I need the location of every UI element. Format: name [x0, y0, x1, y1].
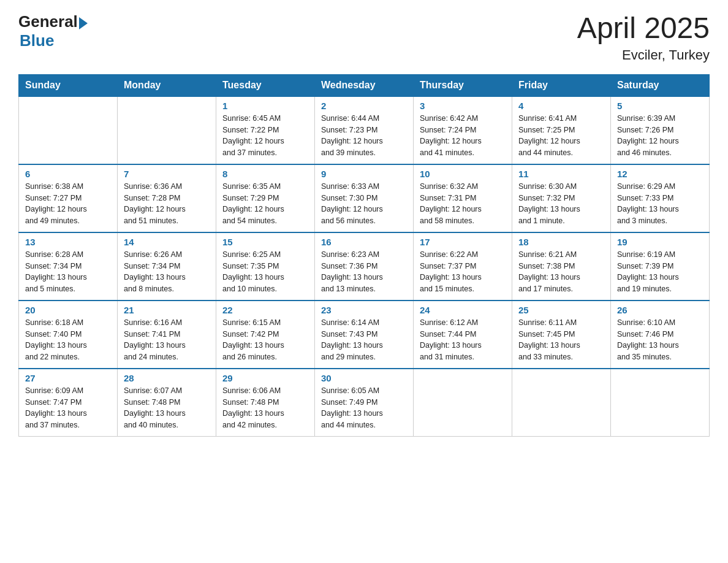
logo-general-text: General: [18, 12, 78, 31]
day-info: Sunrise: 6:15 AM Sunset: 7:42 PM Dayligh…: [222, 317, 308, 363]
day-info: Sunrise: 6:26 AM Sunset: 7:34 PM Dayligh…: [124, 249, 210, 295]
day-number: 15: [222, 237, 308, 247]
calendar-day-cell: 13Sunrise: 6:28 AM Sunset: 7:34 PM Dayli…: [19, 232, 118, 301]
calendar-day-header: Thursday: [414, 74, 512, 96]
calendar-table: SundayMondayTuesdayWednesdayThursdayFrid…: [18, 74, 710, 437]
day-number: 29: [222, 373, 308, 383]
empty-cell: [19, 96, 118, 164]
calendar-day-cell: 28Sunrise: 6:07 AM Sunset: 7:48 PM Dayli…: [118, 369, 216, 437]
day-number: 22: [222, 305, 308, 315]
day-info: Sunrise: 6:09 AM Sunset: 7:47 PM Dayligh…: [25, 385, 111, 431]
calendar-day-header: Tuesday: [216, 74, 315, 96]
day-info: Sunrise: 6:44 AM Sunset: 7:23 PM Dayligh…: [321, 113, 407, 159]
logo-blue-text: Blue: [20, 31, 54, 50]
month-title: April 2025: [577, 12, 710, 45]
logo: General Blue: [18, 12, 88, 50]
calendar-day-header: Friday: [512, 74, 611, 96]
calendar-day-cell: 11Sunrise: 6:30 AM Sunset: 7:32 PM Dayli…: [512, 164, 611, 232]
title-block: April 2025 Evciler, Turkey: [577, 12, 710, 63]
day-info: Sunrise: 6:14 AM Sunset: 7:43 PM Dayligh…: [321, 317, 407, 363]
calendar-day-cell: 23Sunrise: 6:14 AM Sunset: 7:43 PM Dayli…: [315, 301, 414, 369]
calendar-day-cell: 5Sunrise: 6:39 AM Sunset: 7:26 PM Daylig…: [611, 96, 710, 164]
calendar-day-header: Saturday: [611, 74, 710, 96]
calendar-day-header: Wednesday: [315, 74, 414, 96]
day-number: 26: [617, 305, 703, 315]
calendar-day-cell: 25Sunrise: 6:11 AM Sunset: 7:45 PM Dayli…: [512, 301, 611, 369]
calendar-day-cell: 20Sunrise: 6:18 AM Sunset: 7:40 PM Dayli…: [19, 301, 118, 369]
day-number: 19: [617, 237, 703, 247]
day-info: Sunrise: 6:45 AM Sunset: 7:22 PM Dayligh…: [222, 113, 308, 159]
day-info: Sunrise: 6:18 AM Sunset: 7:40 PM Dayligh…: [25, 317, 111, 363]
day-number: 8: [222, 169, 308, 179]
day-info: Sunrise: 6:16 AM Sunset: 7:41 PM Dayligh…: [124, 317, 210, 363]
calendar-day-cell: 26Sunrise: 6:10 AM Sunset: 7:46 PM Dayli…: [611, 301, 710, 369]
calendar-day-header: Sunday: [19, 74, 118, 96]
day-info: Sunrise: 6:07 AM Sunset: 7:48 PM Dayligh…: [124, 385, 210, 431]
calendar-day-cell: 16Sunrise: 6:23 AM Sunset: 7:36 PM Dayli…: [315, 232, 414, 301]
page-header: General Blue April 2025 Evciler, Turkey: [18, 12, 710, 63]
day-info: Sunrise: 6:06 AM Sunset: 7:48 PM Dayligh…: [222, 385, 308, 431]
calendar-day-cell: 22Sunrise: 6:15 AM Sunset: 7:42 PM Dayli…: [216, 301, 315, 369]
day-info: Sunrise: 6:30 AM Sunset: 7:32 PM Dayligh…: [518, 181, 604, 227]
day-number: 3: [420, 101, 506, 111]
day-number: 28: [124, 373, 210, 383]
calendar-day-cell: 24Sunrise: 6:12 AM Sunset: 7:44 PM Dayli…: [414, 301, 512, 369]
week-row: 6Sunrise: 6:38 AM Sunset: 7:27 PM Daylig…: [19, 164, 710, 232]
calendar-day-cell: 8Sunrise: 6:35 AM Sunset: 7:29 PM Daylig…: [216, 164, 315, 232]
empty-cell: [611, 369, 710, 437]
week-row: 13Sunrise: 6:28 AM Sunset: 7:34 PM Dayli…: [19, 232, 710, 301]
day-number: 16: [321, 237, 407, 247]
day-number: 7: [124, 169, 210, 179]
empty-cell: [512, 369, 611, 437]
day-info: Sunrise: 6:29 AM Sunset: 7:33 PM Dayligh…: [617, 181, 703, 227]
day-info: Sunrise: 6:32 AM Sunset: 7:31 PM Dayligh…: [420, 181, 506, 227]
calendar-day-header: Monday: [118, 74, 216, 96]
day-info: Sunrise: 6:25 AM Sunset: 7:35 PM Dayligh…: [222, 249, 308, 295]
day-info: Sunrise: 6:33 AM Sunset: 7:30 PM Dayligh…: [321, 181, 407, 227]
calendar-day-cell: 17Sunrise: 6:22 AM Sunset: 7:37 PM Dayli…: [414, 232, 512, 301]
day-info: Sunrise: 6:21 AM Sunset: 7:38 PM Dayligh…: [518, 249, 604, 295]
week-row: 27Sunrise: 6:09 AM Sunset: 7:47 PM Dayli…: [19, 369, 710, 437]
calendar-day-cell: 18Sunrise: 6:21 AM Sunset: 7:38 PM Dayli…: [512, 232, 611, 301]
day-number: 10: [420, 169, 506, 179]
day-number: 24: [420, 305, 506, 315]
week-row: 1Sunrise: 6:45 AM Sunset: 7:22 PM Daylig…: [19, 96, 710, 164]
day-info: Sunrise: 6:36 AM Sunset: 7:28 PM Dayligh…: [124, 181, 210, 227]
empty-cell: [118, 96, 216, 164]
day-number: 9: [321, 169, 407, 179]
logo-arrow-icon: [79, 17, 88, 29]
location-title: Evciler, Turkey: [577, 47, 710, 63]
day-info: Sunrise: 6:12 AM Sunset: 7:44 PM Dayligh…: [420, 317, 506, 363]
day-number: 6: [25, 169, 111, 179]
day-number: 21: [124, 305, 210, 315]
week-row: 20Sunrise: 6:18 AM Sunset: 7:40 PM Dayli…: [19, 301, 710, 369]
empty-cell: [414, 369, 512, 437]
day-info: Sunrise: 6:35 AM Sunset: 7:29 PM Dayligh…: [222, 181, 308, 227]
day-number: 20: [25, 305, 111, 315]
day-info: Sunrise: 6:41 AM Sunset: 7:25 PM Dayligh…: [518, 113, 604, 159]
calendar-day-cell: 10Sunrise: 6:32 AM Sunset: 7:31 PM Dayli…: [414, 164, 512, 232]
day-number: 2: [321, 101, 407, 111]
calendar-day-cell: 1Sunrise: 6:45 AM Sunset: 7:22 PM Daylig…: [216, 96, 315, 164]
calendar-day-cell: 21Sunrise: 6:16 AM Sunset: 7:41 PM Dayli…: [118, 301, 216, 369]
day-info: Sunrise: 6:39 AM Sunset: 7:26 PM Dayligh…: [617, 113, 703, 159]
calendar-day-cell: 27Sunrise: 6:09 AM Sunset: 7:47 PM Dayli…: [19, 369, 118, 437]
day-number: 11: [518, 169, 604, 179]
day-info: Sunrise: 6:11 AM Sunset: 7:45 PM Dayligh…: [518, 317, 604, 363]
day-info: Sunrise: 6:38 AM Sunset: 7:27 PM Dayligh…: [25, 181, 111, 227]
day-number: 23: [321, 305, 407, 315]
day-number: 18: [518, 237, 604, 247]
day-number: 14: [124, 237, 210, 247]
calendar-day-cell: 6Sunrise: 6:38 AM Sunset: 7:27 PM Daylig…: [19, 164, 118, 232]
day-number: 25: [518, 305, 604, 315]
calendar-day-cell: 3Sunrise: 6:42 AM Sunset: 7:24 PM Daylig…: [414, 96, 512, 164]
day-info: Sunrise: 6:22 AM Sunset: 7:37 PM Dayligh…: [420, 249, 506, 295]
day-number: 27: [25, 373, 111, 383]
calendar-day-cell: 19Sunrise: 6:19 AM Sunset: 7:39 PM Dayli…: [611, 232, 710, 301]
day-info: Sunrise: 6:28 AM Sunset: 7:34 PM Dayligh…: [25, 249, 111, 295]
calendar-day-cell: 4Sunrise: 6:41 AM Sunset: 7:25 PM Daylig…: [512, 96, 611, 164]
calendar-header-row: SundayMondayTuesdayWednesdayThursdayFrid…: [19, 74, 710, 96]
day-info: Sunrise: 6:23 AM Sunset: 7:36 PM Dayligh…: [321, 249, 407, 295]
day-info: Sunrise: 6:19 AM Sunset: 7:39 PM Dayligh…: [617, 249, 703, 295]
calendar-day-cell: 12Sunrise: 6:29 AM Sunset: 7:33 PM Dayli…: [611, 164, 710, 232]
